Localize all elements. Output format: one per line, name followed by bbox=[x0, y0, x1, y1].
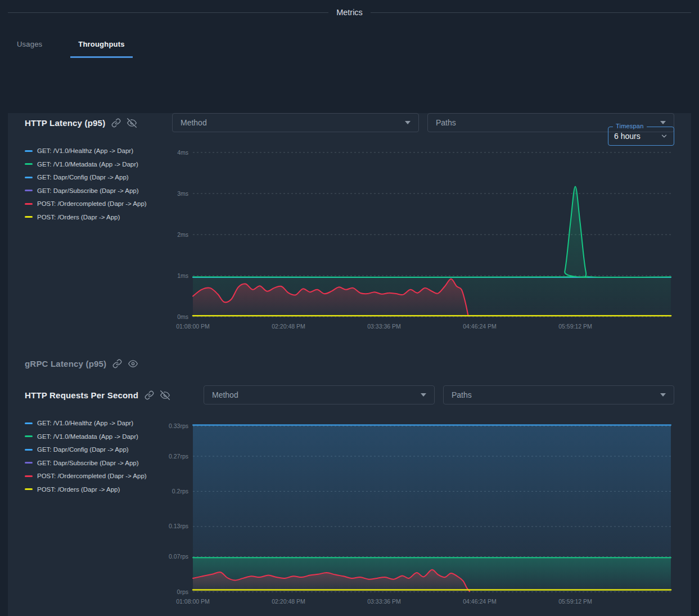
legend-label: GET: Dapr/Subscribe (Dapr -> App) bbox=[37, 460, 139, 466]
legend-label: GET: Dapr/Config (Dapr -> App) bbox=[37, 174, 129, 181]
legend-swatch bbox=[25, 449, 33, 451]
paths-dropdown[interactable]: Paths bbox=[443, 385, 674, 404]
legend-label: GET: Dapr/Subscribe (Dapr -> App) bbox=[37, 187, 139, 194]
svg-text:1ms: 1ms bbox=[177, 272, 188, 279]
legend-item[interactable]: GET: /V1.0/Metadata (App -> Dapr) bbox=[25, 161, 168, 168]
legend-swatch bbox=[25, 422, 33, 424]
paths-dropdown-label: Paths bbox=[452, 390, 472, 399]
metrics-panel: Timespan 6 hours HTTP Latency (p95) Meth… bbox=[8, 113, 691, 616]
triangle-down-icon bbox=[660, 121, 666, 124]
page-title: Metrics bbox=[336, 8, 363, 17]
svg-text:04:46:24 PM: 04:46:24 PM bbox=[463, 598, 497, 605]
svg-text:02:20:48 PM: 02:20:48 PM bbox=[272, 598, 305, 605]
legend-item[interactable]: GET: /V1.0/Healthz (App -> Dapr) bbox=[25, 147, 168, 154]
link-icon[interactable] bbox=[112, 359, 122, 368]
http-rps-title: HTTP Requests Per Second bbox=[25, 390, 138, 400]
legend-swatch bbox=[25, 435, 33, 437]
link-icon[interactable] bbox=[111, 118, 121, 128]
svg-text:0.33rps: 0.33rps bbox=[169, 422, 188, 429]
chevron-down-icon bbox=[660, 132, 668, 140]
svg-text:0.13rps: 0.13rps bbox=[169, 523, 188, 529]
eye-icon[interactable] bbox=[128, 359, 138, 368]
svg-text:02:20:48 PM: 02:20:48 PM bbox=[272, 323, 305, 330]
svg-text:01:08:00 PM: 01:08:00 PM bbox=[176, 598, 210, 605]
legend-item[interactable]: POST: /Orders (Dapr -> App) bbox=[25, 214, 168, 221]
http-latency-header: HTTP Latency (p95) Method Paths bbox=[25, 113, 674, 132]
tab-bar: Usages Throughputs bbox=[8, 40, 691, 58]
legend-swatch bbox=[25, 475, 33, 477]
http-rps-chart-container: 0rps0.07rps0.13rps0.2rps0.27rps0.33rps01… bbox=[168, 412, 674, 609]
legend-item[interactable]: POST: /Orders (Dapr -> App) bbox=[25, 486, 168, 493]
grpc-latency-header: gRPC Latency (p95) bbox=[25, 356, 674, 371]
triangle-down-icon bbox=[421, 393, 426, 397]
legend-label: POST: /Ordercompleted (Dapr -> App) bbox=[37, 473, 147, 479]
svg-text:05:59:12 PM: 05:59:12 PM bbox=[558, 323, 592, 330]
svg-text:0ms: 0ms bbox=[177, 313, 188, 320]
legend-swatch bbox=[25, 150, 33, 152]
http-rps-header: HTTP Requests Per Second Method Paths bbox=[25, 385, 674, 404]
svg-text:0.27rps: 0.27rps bbox=[169, 453, 188, 460]
timespan-select[interactable]: Timespan 6 hours bbox=[608, 127, 674, 146]
svg-text:03:33:36 PM: 03:33:36 PM bbox=[367, 323, 401, 330]
page-title-divider: Metrics bbox=[8, 7, 691, 17]
http-latency-title: HTTP Latency (p95) bbox=[25, 118, 105, 128]
tab-throughputs[interactable]: Throughputs bbox=[70, 40, 132, 58]
svg-text:0.07rps: 0.07rps bbox=[169, 553, 188, 560]
svg-text:05:59:12 PM: 05:59:12 PM bbox=[558, 598, 592, 605]
legend-swatch bbox=[25, 190, 33, 191]
svg-text:01:08:00 PM: 01:08:00 PM bbox=[176, 323, 210, 330]
tab-usages[interactable]: Usages bbox=[9, 40, 50, 58]
legend-swatch bbox=[25, 163, 33, 165]
http-latency-chart-container: 0ms1ms2ms3ms4ms01:08:00 PM02:20:48 PM03:… bbox=[168, 140, 674, 334]
legend-item[interactable]: GET: Dapr/Config (Dapr -> App) bbox=[25, 446, 168, 453]
timespan-label: Timespan bbox=[613, 123, 647, 129]
legend-label: POST: /Orders (Dapr -> App) bbox=[37, 214, 120, 221]
legend-item[interactable]: POST: /Ordercompleted (Dapr -> App) bbox=[25, 200, 168, 207]
grpc-latency-title: gRPC Latency (p95) bbox=[25, 359, 106, 368]
legend-label: POST: /Orders (Dapr -> App) bbox=[37, 486, 120, 493]
legend-label: GET: /V1.0/Healthz (App -> Dapr) bbox=[37, 420, 133, 426]
eye-off-icon[interactable] bbox=[127, 118, 137, 128]
http-latency-body: GET: /V1.0/Healthz (App -> Dapr)GET: /V1… bbox=[25, 140, 674, 334]
http-rps-body: GET: /V1.0/Healthz (App -> Dapr)GET: /V1… bbox=[25, 412, 674, 609]
method-dropdown-label: Method bbox=[181, 118, 207, 127]
method-dropdown[interactable]: Method bbox=[172, 113, 419, 132]
timespan-value: 6 hours bbox=[614, 132, 641, 141]
legend-swatch bbox=[25, 462, 33, 464]
legend-label: GET: /V1.0/Metadata (App -> Dapr) bbox=[37, 433, 138, 440]
link-icon[interactable] bbox=[145, 390, 154, 400]
legend-item[interactable]: GET: Dapr/Subscribe (Dapr -> App) bbox=[25, 460, 168, 466]
legend-label: GET: /V1.0/Metadata (App -> Dapr) bbox=[37, 161, 138, 168]
http-latency-chart[interactable]: 0ms1ms2ms3ms4ms01:08:00 PM02:20:48 PM03:… bbox=[168, 140, 674, 334]
legend-swatch bbox=[25, 488, 33, 490]
eye-off-icon[interactable] bbox=[160, 390, 170, 400]
http-rps-chart[interactable]: 0rps0.07rps0.13rps0.2rps0.27rps0.33rps01… bbox=[168, 412, 674, 609]
svg-text:03:33:36 PM: 03:33:36 PM bbox=[367, 598, 401, 605]
triangle-down-icon bbox=[405, 121, 411, 124]
legend-swatch bbox=[25, 216, 33, 218]
svg-text:2ms: 2ms bbox=[177, 231, 188, 238]
legend-item[interactable]: GET: /V1.0/Metadata (App -> Dapr) bbox=[25, 433, 168, 440]
http-latency-legend: GET: /V1.0/Healthz (App -> Dapr)GET: /V1… bbox=[25, 140, 168, 334]
svg-text:3ms: 3ms bbox=[177, 190, 188, 197]
method-dropdown-label: Method bbox=[212, 390, 238, 399]
legend-item[interactable]: GET: Dapr/Subscribe (Dapr -> App) bbox=[25, 187, 168, 194]
legend-item[interactable]: GET: Dapr/Config (Dapr -> App) bbox=[25, 174, 168, 181]
legend-item[interactable]: POST: /Ordercompleted (Dapr -> App) bbox=[25, 473, 168, 479]
legend-swatch bbox=[25, 177, 33, 178]
legend-label: GET: /V1.0/Healthz (App -> Dapr) bbox=[37, 147, 133, 154]
svg-text:0rps: 0rps bbox=[177, 588, 188, 595]
legend-label: GET: Dapr/Config (Dapr -> App) bbox=[37, 446, 129, 453]
paths-dropdown-label: Paths bbox=[436, 118, 456, 127]
method-dropdown[interactable]: Method bbox=[204, 385, 435, 404]
triangle-down-icon bbox=[660, 393, 666, 397]
svg-text:4ms: 4ms bbox=[177, 149, 188, 156]
svg-text:04:46:24 PM: 04:46:24 PM bbox=[463, 323, 497, 330]
legend-item[interactable]: GET: /V1.0/Healthz (App -> Dapr) bbox=[25, 420, 168, 426]
http-rps-legend: GET: /V1.0/Healthz (App -> Dapr)GET: /V1… bbox=[25, 412, 168, 609]
svg-text:0.2rps: 0.2rps bbox=[172, 488, 188, 494]
legend-swatch bbox=[25, 203, 33, 205]
legend-label: POST: /Ordercompleted (Dapr -> App) bbox=[37, 200, 147, 207]
